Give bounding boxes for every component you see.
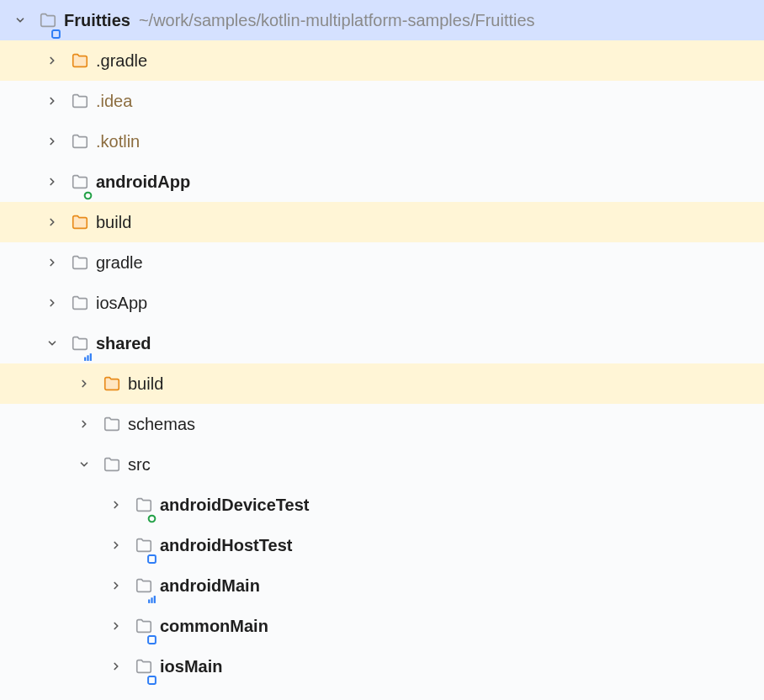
excluded-folder-icon: [101, 373, 123, 395]
svg-rect-0: [52, 30, 60, 38]
chevron-right-icon[interactable]: [42, 293, 62, 313]
svg-rect-7: [148, 600, 150, 603]
chevron-down-icon[interactable]: [74, 454, 94, 475]
tree-item[interactable]: androidHostTest: [0, 525, 764, 565]
tree-item-label: androidDeviceTest: [160, 496, 309, 515]
svg-point-1: [85, 193, 92, 199]
tree-item-path: ~/work/samples/kotlin-multiplatform-samp…: [139, 11, 535, 30]
tree-item-label: androidHostTest: [160, 536, 292, 555]
excluded-folder-icon: [69, 211, 91, 233]
tree-item[interactable]: schemas: [0, 404, 764, 444]
tree-item-label: .kotlin: [96, 132, 140, 151]
chevron-right-icon[interactable]: [42, 91, 62, 111]
library-folder-icon: [133, 575, 155, 597]
tree-item-label: Fruitties: [64, 11, 130, 30]
tree-item-label: shared: [96, 334, 151, 353]
chevron-right-icon[interactable]: [106, 616, 126, 636]
tree-item-label: iosApp: [96, 294, 147, 313]
excluded-folder-icon: [69, 50, 91, 72]
chevron-right-icon[interactable]: [74, 374, 94, 394]
module-folder-icon: [133, 534, 155, 556]
chevron-right-icon[interactable]: [42, 50, 62, 71]
chevron-right-icon[interactable]: [42, 212, 62, 232]
chevron-right-icon[interactable]: [106, 575, 126, 596]
tree-item-label: schemas: [128, 415, 195, 434]
chevron-right-icon[interactable]: [106, 535, 126, 555]
tree-item[interactable]: Fruitties~/work/samples/kotlin-multiplat…: [0, 0, 764, 40]
chevron-right-icon[interactable]: [74, 414, 94, 434]
app-folder-icon: [69, 171, 91, 193]
tree-item[interactable]: commonMain: [0, 606, 764, 646]
test-folder-icon: [133, 494, 155, 516]
tree-item-label: .idea: [96, 92, 132, 111]
tree-item-label: androidApp: [96, 172, 190, 192]
project-tree: Fruitties~/work/samples/kotlin-multiplat…: [0, 0, 764, 687]
tree-item-label: commonMain: [160, 617, 268, 636]
chevron-down-icon[interactable]: [42, 333, 62, 353]
chevron-right-icon[interactable]: [106, 495, 126, 515]
tree-item[interactable]: .kotlin: [0, 121, 764, 162]
tree-item-label: build: [128, 374, 163, 394]
tree-item-label: gradle: [96, 253, 143, 273]
test-badge-icon: [147, 508, 157, 517]
chevron-right-icon[interactable]: [42, 172, 62, 192]
tree-item[interactable]: gradle: [0, 242, 764, 283]
folder-icon: [69, 292, 91, 314]
chevron-down-icon[interactable]: [10, 10, 30, 30]
module-badge-icon: [51, 24, 61, 33]
tree-item[interactable]: build: [0, 363, 764, 404]
tree-item[interactable]: .gradle: [0, 40, 764, 81]
svg-rect-6: [148, 555, 156, 563]
chevron-right-icon[interactable]: [106, 656, 126, 676]
tree-item-label: .gradle: [96, 51, 147, 71]
library-badge-icon: [83, 347, 93, 356]
tree-item[interactable]: androidMain: [0, 565, 764, 606]
folder-icon: [101, 453, 123, 475]
tree-item[interactable]: androidApp: [0, 162, 764, 202]
svg-rect-11: [148, 676, 156, 684]
app-badge-icon: [83, 185, 93, 194]
tree-item[interactable]: androidDeviceTest: [0, 485, 764, 525]
module-folder-icon: [37, 9, 59, 31]
module-folder-icon: [133, 615, 155, 637]
svg-rect-3: [87, 355, 88, 361]
svg-rect-4: [90, 353, 92, 361]
chevron-right-icon[interactable]: [42, 131, 62, 151]
chevron-right-icon[interactable]: [42, 252, 62, 273]
svg-rect-8: [151, 597, 152, 603]
tree-item[interactable]: iosMain: [0, 646, 764, 687]
library-badge-icon: [147, 589, 157, 598]
svg-rect-10: [148, 636, 156, 644]
tree-item-label: build: [96, 213, 131, 232]
svg-rect-2: [84, 358, 86, 361]
folder-icon: [69, 252, 91, 273]
svg-rect-9: [154, 596, 156, 603]
folder-icon: [69, 90, 91, 112]
svg-point-5: [149, 516, 156, 522]
tree-item-label: androidMain: [160, 576, 260, 596]
module-badge-icon: [147, 549, 157, 558]
tree-item-label: iosMain: [160, 657, 222, 676]
folder-icon: [101, 413, 123, 435]
library-folder-icon: [69, 332, 91, 354]
folder-icon: [69, 130, 91, 152]
tree-item[interactable]: iosApp: [0, 283, 764, 323]
tree-item[interactable]: .idea: [0, 81, 764, 121]
module-badge-icon: [147, 670, 157, 679]
tree-item-label: src: [128, 455, 151, 475]
module-badge-icon: [147, 629, 157, 639]
module-folder-icon: [133, 655, 155, 677]
tree-item[interactable]: src: [0, 444, 764, 485]
tree-item[interactable]: shared: [0, 323, 764, 363]
tree-item[interactable]: build: [0, 202, 764, 242]
